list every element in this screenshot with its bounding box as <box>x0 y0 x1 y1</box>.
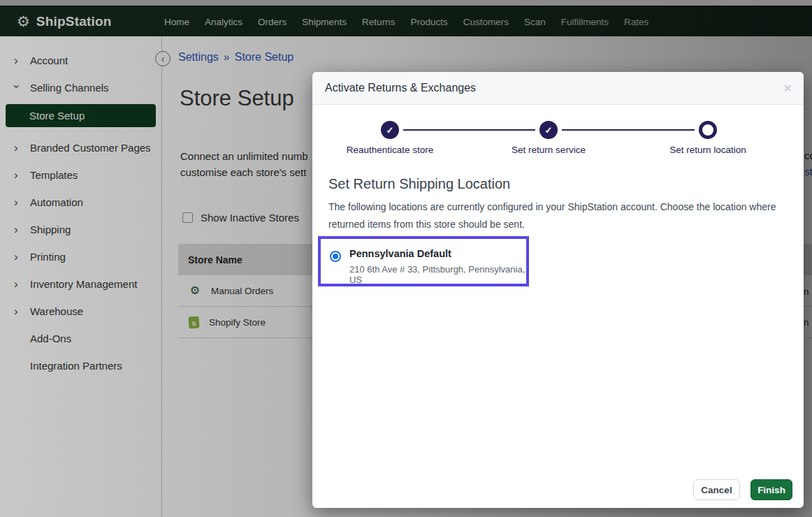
check-icon: ✓ <box>545 125 553 136</box>
stepper-connector-1 <box>403 129 535 131</box>
step-3-label: Set return location <box>648 145 767 155</box>
modal-title: Activate Returns & Exchanges <box>325 82 476 94</box>
modal-description: The following locations are currently co… <box>328 198 784 233</box>
location-address: 210 6th Ave # 33, Pittsburgh, Pennsylvan… <box>349 264 526 285</box>
step-1-complete-icon: ✓ <box>381 121 399 139</box>
modal-section-heading: Set Return Shipping Location <box>328 176 510 192</box>
stepper-connector-2 <box>562 129 695 131</box>
check-icon: ✓ <box>386 125 394 136</box>
screen: ⚙ ShipStation Home Analytics Orders Ship… <box>0 0 812 517</box>
activate-returns-modal: Activate Returns & Exchanges ✕ ✓ ✓ Reaut… <box>312 72 804 508</box>
location-name: Pennsylvania Default <box>349 248 451 259</box>
close-icon[interactable]: ✕ <box>783 82 792 95</box>
modal-header: Activate Returns & Exchanges ✕ <box>312 72 804 105</box>
cancel-button[interactable]: Cancel <box>693 479 740 500</box>
radio-selected-icon[interactable] <box>330 251 341 262</box>
step-3-current-icon <box>699 121 717 139</box>
location-option-pennsylvania-default[interactable]: Pennsylvania Default 210 6th Ave # 33, P… <box>318 236 529 286</box>
step-1-label: Reauthenticate store <box>331 145 449 155</box>
finish-button[interactable]: Finish <box>751 479 792 500</box>
step-2-label: Set return service <box>489 145 608 155</box>
radio-dot <box>333 254 338 259</box>
step-2-complete-icon: ✓ <box>539 121 558 139</box>
